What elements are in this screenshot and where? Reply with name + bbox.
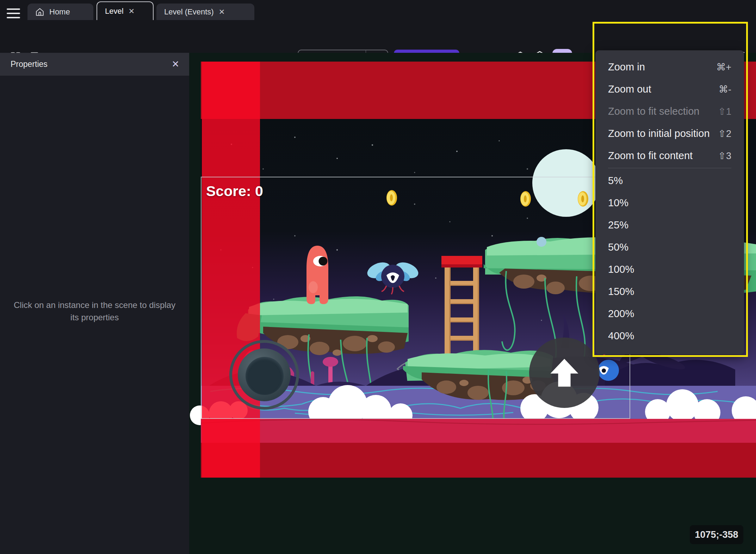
hamburger-menu-icon[interactable] <box>5 7 22 20</box>
home-icon <box>35 7 44 17</box>
menu-item-zoom-200[interactable]: 200% <box>595 303 744 325</box>
menu-item-shortcut: ⌘- <box>719 84 731 95</box>
tab-home[interactable]: Home <box>27 4 93 20</box>
menu-item-label: Zoom to initial position <box>608 128 710 139</box>
menu-item-zoom-10[interactable]: 10% <box>595 192 744 214</box>
menu-item-zoom-out[interactable]: Zoom out ⌘- <box>595 78 744 100</box>
menu-item-shortcut: ⇧3 <box>718 150 731 162</box>
app-window: Home Level ✕ Level (Events) ✕ Preview <box>0 0 756 554</box>
top-tab-bar: Home Level ✕ Level (Events) ✕ <box>0 0 756 20</box>
properties-panel: Properties ✕ Click on an instance in the… <box>0 53 189 554</box>
menu-item-zoom-5[interactable]: 5% <box>595 170 744 192</box>
menu-item-shortcut: ⇧2 <box>718 128 731 139</box>
menu-divider <box>608 168 731 168</box>
zoom-level-label: 5% <box>608 175 623 187</box>
tab-level[interactable]: Level ✕ <box>97 1 154 20</box>
properties-panel-header: Properties ✕ <box>0 53 189 76</box>
zoom-level-label: 200% <box>608 308 634 320</box>
properties-panel-title: Properties <box>11 59 48 69</box>
menu-item-zoom-25[interactable]: 25% <box>595 214 744 236</box>
menu-item-label: Zoom to fit selection <box>608 106 700 117</box>
cursor-coordinates-badge: 1075;-358 <box>690 525 743 544</box>
tab-level-events[interactable]: Level (Events) ✕ <box>156 4 254 20</box>
menu-item-zoom-50[interactable]: 50% <box>595 236 744 258</box>
menu-item-zoom-400[interactable]: 400% <box>595 325 744 347</box>
menu-item-shortcut: ⇧1 <box>718 106 731 117</box>
zoom-level-label: 150% <box>608 286 634 297</box>
menu-item-zoom-initial-position[interactable]: Zoom to initial position ⇧2 <box>595 122 744 145</box>
menu-item-shortcut: ⌘+ <box>716 62 731 73</box>
tab-level-label: Level <box>105 7 124 16</box>
menu-item-label: Zoom in <box>608 61 645 73</box>
menu-item-zoom-150[interactable]: 150% <box>595 281 744 303</box>
tab-level-events-label: Level (Events) <box>164 7 214 17</box>
zoom-level-label: 400% <box>608 330 634 342</box>
zoom-level-label: 50% <box>608 241 628 253</box>
main-toolbar: Preview ▼ Publish <box>0 20 756 53</box>
score-hud: Score: 0 <box>206 183 263 200</box>
zoom-dropdown-menu: Zoom in ⌘+ Zoom out ⌘- Zoom to fit selec… <box>595 50 744 354</box>
joystick-core <box>246 357 284 395</box>
menu-item-zoom-in[interactable]: Zoom in ⌘+ <box>595 56 744 78</box>
tab-home-label: Home <box>49 7 70 17</box>
properties-panel-close-icon[interactable]: ✕ <box>172 59 179 70</box>
jump-button[interactable] <box>529 338 600 408</box>
menu-item-zoom-fit-content[interactable]: Zoom to fit content ⇧3 <box>595 145 744 167</box>
menu-item-zoom-100[interactable]: 100% <box>595 258 744 281</box>
up-arrow-icon <box>545 353 584 392</box>
tab-level-events-close-icon[interactable]: ✕ <box>219 8 225 16</box>
zoom-level-label: 10% <box>608 197 628 209</box>
menu-item-zoom-fit-selection[interactable]: Zoom to fit selection ⇧1 <box>595 100 744 122</box>
menu-item-label: Zoom out <box>608 83 651 95</box>
properties-empty-message: Click on an instance in the scene to dis… <box>13 299 176 324</box>
zoom-level-label: 100% <box>608 264 634 275</box>
menu-item-label: Zoom to fit content <box>608 150 693 162</box>
level-ground-dark <box>201 443 756 478</box>
tab-level-close-icon[interactable]: ✕ <box>129 7 135 15</box>
zoom-level-label: 25% <box>608 219 628 231</box>
